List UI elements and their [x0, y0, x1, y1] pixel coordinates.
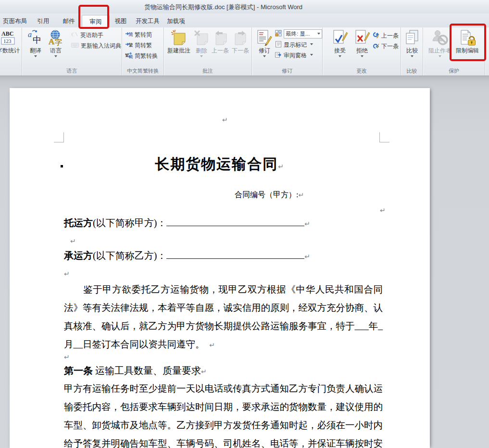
- show-markup-button[interactable]: 显示标记: [275, 40, 313, 50]
- carrier-blank-field[interactable]: [166, 249, 304, 259]
- dropdown-arrow-icon: [54, 55, 57, 57]
- dropdown-arrow-icon: [263, 55, 266, 57]
- svg-text:简: 简: [129, 54, 133, 59]
- paragraph-mark: ↵: [209, 341, 215, 349]
- paragraph-mark: ↵: [222, 116, 228, 124]
- reject-button[interactable]: 拒绝: [351, 28, 373, 67]
- reviewing-pane-button[interactable]: 审阅窗格: [275, 51, 313, 60]
- dropdown-arrow-icon: [317, 33, 320, 35]
- next-comment-button: 下一条: [231, 28, 250, 67]
- display-for-review-combo[interactable]: 最终: 显...: [284, 29, 322, 38]
- simplified-traditional-convert-button[interactable]: 繁简 简繁转换: [125, 51, 158, 61]
- group-label-protect: 保护: [423, 67, 485, 75]
- keyboard-icon: [71, 42, 79, 50]
- group-label-comments: 批注: [164, 67, 251, 75]
- tab-mailings[interactable]: 邮件: [57, 15, 81, 27]
- new-comment-button[interactable]: 新建批注: [166, 28, 191, 67]
- delete-comment-icon: [193, 29, 210, 47]
- svg-text:a: a: [28, 30, 32, 38]
- translate-icon: a 中: [27, 29, 44, 47]
- tab-references[interactable]: 引用: [30, 15, 57, 27]
- markup-grid-icon: [275, 30, 282, 38]
- paragraph-mark: ↵: [298, 191, 304, 199]
- svg-text:字: 字: [55, 38, 62, 46]
- margin-crop-mark: [379, 132, 389, 142]
- language-globe-icon: A 字: [48, 29, 64, 47]
- track-changes-button[interactable]: 修订: [255, 28, 274, 67]
- convert-simplified-icon: 简: [125, 30, 133, 39]
- new-comment-icon: [171, 29, 187, 47]
- document-title: 长期货物运输合同↵: [61, 154, 378, 174]
- ribbon-group-chinese-conversion: 简 繁转简 繁 简转繁 繁简 简繁转换 中文简繁转换: [122, 27, 164, 76]
- paragraph-mark: ↵: [304, 253, 310, 260]
- word-count-button[interactable]: ABC 123 字数统计: [0, 28, 21, 67]
- clause-1-body: 甲方有运输任务时至少提前一天以电话或传真方式通知乙方专门负责人确认运输委托内容，…: [64, 380, 383, 448]
- dropdown-arrow-icon: [411, 55, 414, 57]
- restrict-editing-icon: [459, 29, 476, 47]
- track-changes-icon: [256, 29, 273, 47]
- group-label-tracking: 修订: [252, 67, 322, 75]
- reject-change-icon: [354, 29, 370, 47]
- formatting-bullet: [61, 165, 63, 167]
- language-button[interactable]: A 字 语言: [46, 28, 65, 67]
- shipper-blank-field[interactable]: [166, 217, 304, 226]
- shipper-line: 托运方(以下简称甲方)：↵: [64, 217, 310, 230]
- previous-comment-button: 上一条: [211, 28, 230, 67]
- paragraph-mark: ↵: [70, 237, 76, 245]
- ribbon-tab-bar: 页面布局 引用 邮件 审阅 视图 开发工具 加载项: [0, 13, 489, 27]
- next-comment-icon: [232, 29, 249, 47]
- previous-comment-icon: [212, 29, 228, 47]
- convert-traditional-icon: 繁: [125, 41, 133, 50]
- preamble-paragraph: 鉴于甲方欲委托乙方运输货物，现甲乙双方根据《中华人民共和国合同法》等有关法律法规…: [64, 281, 383, 354]
- previous-change-button[interactable]: 上一条: [372, 31, 399, 40]
- reviewing-pane-icon: [275, 51, 282, 60]
- group-label-compare: 比较: [401, 67, 423, 75]
- ribbon-group-compare: 比较 比较: [401, 27, 423, 76]
- tab-addins[interactable]: 加载项: [163, 15, 189, 27]
- paragraph-mark: ↵: [201, 368, 207, 375]
- simplified-to-traditional-button[interactable]: 繁 简转繁: [125, 40, 152, 50]
- compare-icon: [404, 29, 420, 47]
- tab-review[interactable]: 审阅: [82, 15, 110, 27]
- tab-view[interactable]: 视图: [109, 15, 133, 27]
- convert-swap-icon: 繁简: [125, 51, 133, 60]
- tab-developer[interactable]: 开发工具: [133, 15, 163, 27]
- dropdown-arrow-icon: [310, 54, 313, 56]
- english-assistant-button: € 英语助手: [71, 30, 103, 40]
- svg-text:繁: 繁: [128, 42, 133, 48]
- svg-text:€: €: [71, 31, 75, 38]
- dropdown-arrow-icon: [310, 43, 313, 45]
- accept-button[interactable]: 接受: [329, 28, 351, 67]
- next-change-icon: [372, 42, 379, 51]
- dropdown-arrow-icon: [439, 55, 441, 57]
- delete-comment-button: 删除: [193, 28, 210, 67]
- next-change-button[interactable]: 下一条: [372, 41, 399, 51]
- ribbon-group-comments: 新建批注 删除 上一条: [164, 27, 252, 76]
- margin-crop-mark: [54, 132, 64, 142]
- dropdown-arrow-icon: [339, 55, 341, 57]
- svg-text:A: A: [49, 37, 55, 46]
- contract-number-line: 合同编号（甲方）:↵: [235, 190, 304, 200]
- compare-button[interactable]: 比较: [402, 28, 422, 67]
- svg-text:中: 中: [33, 35, 41, 45]
- ribbon-group-tracking: 修订 最终: 显... 显示标记 审阅窗格 修订: [252, 27, 323, 76]
- display-for-review-dropdown[interactable]: 最终: 显...: [275, 29, 322, 38]
- svg-text:123: 123: [3, 38, 12, 44]
- group-label-language: 语言: [22, 67, 122, 75]
- restrict-editing-button[interactable]: 限制编辑: [453, 28, 482, 67]
- accept-change-icon: [332, 29, 348, 47]
- paragraph-mark: ↵: [304, 220, 310, 228]
- svg-text:简: 简: [128, 32, 133, 37]
- tab-page-layout[interactable]: 页面布局: [0, 15, 30, 27]
- document-page[interactable]: ↵ 长期货物运输合同↵ 合同编号（甲方）:↵ ↵ 托运方(以下简称甲方)：↵ ↵…: [10, 88, 430, 448]
- previous-change-icon: [372, 32, 379, 40]
- block-authors-button: 阻止作者: [428, 28, 452, 67]
- ribbon-review: ABC 123 字数统计 a 中 翻译: [0, 27, 489, 76]
- dropdown-arrow-icon: [200, 55, 203, 57]
- show-markup-icon: [275, 41, 282, 49]
- english-assistant-icon: €: [71, 31, 78, 39]
- paragraph-mark: ↵: [64, 270, 70, 278]
- clause-1-heading: 第一条 运输工具数量、质量要求↵: [64, 364, 207, 377]
- translate-button[interactable]: a 中 翻译: [26, 28, 45, 67]
- traditional-to-simplified-button[interactable]: 简 繁转简: [125, 30, 152, 39]
